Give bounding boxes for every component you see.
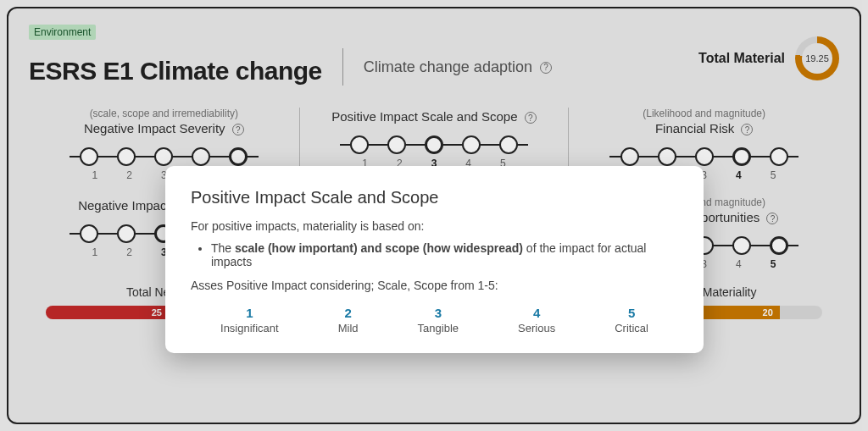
scale-dot[interactable] xyxy=(620,147,639,166)
legend-label: Mild xyxy=(338,322,359,334)
tooltip-instruction: Asses Positive Impact considering; Scale… xyxy=(191,279,678,292)
scale-dot[interactable] xyxy=(732,236,751,255)
legend-number: 1 xyxy=(220,306,279,320)
legend-label: Serious xyxy=(518,322,555,334)
legend-label: Insignificant xyxy=(220,322,279,334)
scale-dot[interactable] xyxy=(499,135,518,154)
tooltip-card: Positive Impact Scale and Scope For posi… xyxy=(165,166,704,353)
legend-number: 3 xyxy=(418,306,459,320)
total-material-value: 19.25 xyxy=(805,53,829,64)
scale-dot[interactable] xyxy=(387,135,406,154)
legend-number: 2 xyxy=(338,306,359,320)
tooltip-bullet-bold: scale (how important) and scope (how wid… xyxy=(235,241,523,255)
tooltip-legend: 1Insignificant2Mild3Tangible4Serious5Cri… xyxy=(191,306,678,334)
tooltip-intro: For positive impacts, materiality is bas… xyxy=(191,219,678,233)
scale-dot[interactable] xyxy=(770,236,788,255)
scale-dot[interactable] xyxy=(350,135,369,154)
tooltip-bullets: The scale (how important) and scope (how… xyxy=(211,241,678,268)
legend-item: 5Critical xyxy=(615,306,648,334)
legend-number: 4 xyxy=(518,306,555,320)
scale-dot[interactable] xyxy=(695,147,714,166)
scale-dot[interactable] xyxy=(658,147,676,166)
tooltip-bullet-prefix: The xyxy=(211,241,235,255)
tooltip-bullet: The scale (how important) and scope (how… xyxy=(211,241,678,268)
legend-number: 5 xyxy=(615,306,648,320)
legend-item: 3Tangible xyxy=(418,306,459,334)
tooltip-title: Positive Impact Scale and Scope xyxy=(191,188,678,207)
legend-item: 1Insignificant xyxy=(220,306,279,334)
legend-label: Tangible xyxy=(418,322,459,334)
scale-dot[interactable] xyxy=(462,135,481,154)
scale-dot[interactable] xyxy=(425,135,443,154)
scale-dot[interactable] xyxy=(770,147,788,166)
scale-dot[interactable] xyxy=(732,147,751,166)
legend-label: Critical xyxy=(615,322,648,334)
legend-item: 2Mild xyxy=(338,306,359,334)
legend-item: 4Serious xyxy=(518,306,555,334)
